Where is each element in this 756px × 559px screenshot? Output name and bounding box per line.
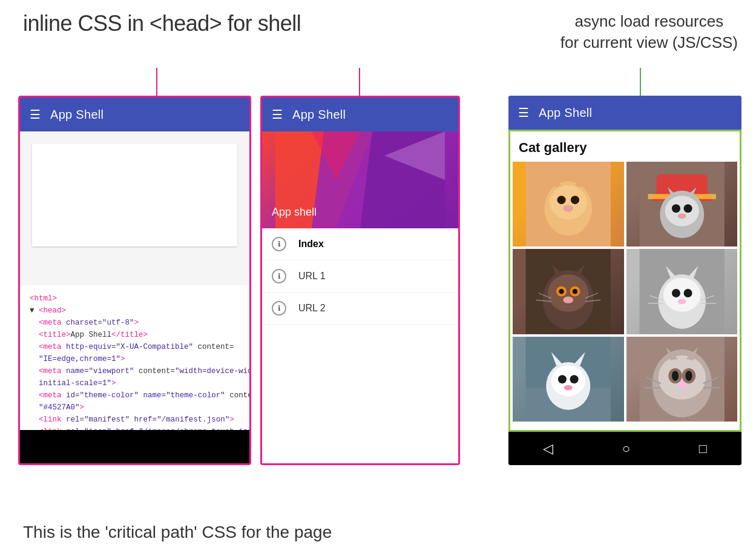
svg-point-26 <box>548 274 588 312</box>
right-app-bar: ☰ App Shell <box>508 96 741 130</box>
arrow-left <box>156 68 157 98</box>
drawer: App shell ℹ Index ℹ URL 1 ℹ URL 2 <box>262 131 458 463</box>
svg-point-20 <box>683 204 692 213</box>
cat-cell-2 <box>626 162 738 246</box>
home-nav-icon: ○ <box>622 441 630 457</box>
cat-image-6 <box>626 337 738 422</box>
left-app-bar: ☰ App Shell <box>20 98 249 131</box>
left-app-title: App Shell <box>50 108 104 122</box>
drawer-item-url2[interactable]: ℹ URL 2 <box>262 293 458 325</box>
svg-point-53 <box>551 365 585 396</box>
index-info-icon: ℹ <box>272 237 286 251</box>
cat-grid <box>510 162 740 424</box>
svg-point-10 <box>563 205 573 212</box>
right-phone: ☰ App Shell Cat gallery <box>508 96 741 465</box>
cat-image-5 <box>513 337 624 422</box>
right-content-area: Cat gallery <box>508 130 741 432</box>
url1-label: URL 1 <box>298 271 326 282</box>
left-hamburger-icon: ☰ <box>30 108 41 121</box>
top-right-line2: for current view (JS/CSS) <box>560 33 738 51</box>
right-hamburger-icon: ☰ <box>518 107 529 119</box>
cat-cell-1 <box>513 162 624 246</box>
content-card <box>32 144 237 246</box>
top-left-annotation: inline CSS in <head> for shell <box>23 11 301 36</box>
cat-cell-6 <box>626 337 738 422</box>
top-right-line1: async load resources <box>575 12 724 30</box>
cat-image-1 <box>513 162 624 246</box>
recents-nav-icon: □ <box>699 441 707 457</box>
cat-image-4 <box>626 249 738 334</box>
cat-cell-3 <box>513 249 624 334</box>
svg-point-42 <box>683 289 692 297</box>
svg-point-64 <box>671 371 678 381</box>
svg-point-29 <box>559 289 564 294</box>
svg-point-21 <box>677 214 686 219</box>
svg-point-55 <box>570 375 579 383</box>
gallery-title: Cat gallery <box>510 131 740 162</box>
cat-image-3 <box>513 249 624 334</box>
middle-phone: ☰ App Shell App shell ℹ I <box>260 96 460 465</box>
middle-app-title: App Shell <box>292 108 346 122</box>
drawer-header: App shell <box>262 131 458 228</box>
svg-point-9 <box>571 196 579 204</box>
svg-point-43 <box>677 299 686 304</box>
url2-info-icon: ℹ <box>272 301 286 316</box>
cat-cell-5 <box>513 337 624 422</box>
drawer-header-label: App shell <box>272 206 317 219</box>
left-phone: ☰ App Shell <html> ▼ <head> <meta charse… <box>18 96 251 465</box>
back-nav-icon: ◁ <box>543 441 553 457</box>
svg-point-30 <box>573 289 577 294</box>
middle-inner: ☰ App Shell App shell ℹ I <box>262 98 458 463</box>
svg-point-66 <box>677 382 687 388</box>
svg-point-40 <box>663 278 700 312</box>
top-right-annotation: async load resources for current view (J… <box>560 11 738 53</box>
svg-point-7 <box>550 185 587 219</box>
svg-point-31 <box>563 297 573 303</box>
middle-hamburger-icon: ☰ <box>272 108 283 121</box>
svg-point-54 <box>558 375 567 383</box>
drawer-item-index[interactable]: ℹ Index <box>262 228 458 260</box>
svg-point-19 <box>671 204 680 213</box>
url1-info-icon: ℹ <box>272 269 286 283</box>
cat-cell-4 <box>626 249 738 334</box>
drawer-item-url1[interactable]: ℹ URL 1 <box>262 260 458 293</box>
svg-point-61 <box>658 356 706 400</box>
svg-point-8 <box>557 196 566 204</box>
bottom-annotation: This is the 'critical path' CSS for the … <box>23 523 332 542</box>
url2-label: URL 2 <box>298 303 326 314</box>
middle-app-bar: ☰ App Shell <box>262 98 458 131</box>
left-nav-bar <box>20 430 249 463</box>
cat-image-2 <box>626 162 738 246</box>
arrow-center <box>359 68 360 98</box>
svg-point-56 <box>564 385 573 390</box>
svg-point-41 <box>671 289 680 297</box>
index-label: Index <box>298 239 324 250</box>
right-nav-bar: ◁ ○ □ <box>508 432 741 465</box>
right-app-title: App Shell <box>539 106 592 120</box>
svg-point-65 <box>685 371 692 381</box>
svg-point-18 <box>665 196 698 227</box>
drawer-items: ℹ Index ℹ URL 1 ℹ URL 2 <box>262 228 458 463</box>
